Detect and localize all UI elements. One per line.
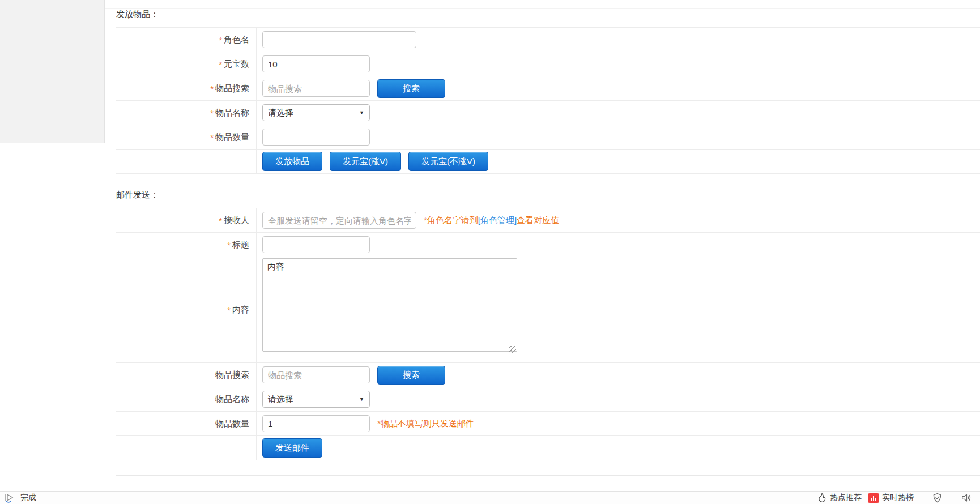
shield-check-icon[interactable]	[932, 493, 943, 503]
form-row-mail-actions: 发送邮件	[116, 436, 980, 460]
bar-chart-icon	[868, 493, 879, 503]
subject-input[interactable]	[262, 236, 370, 253]
required-asterisk: *	[210, 133, 214, 142]
item-name-select-value: 请选择	[268, 108, 293, 118]
content-label: * 内容	[116, 257, 257, 362]
mail-item-qty-label: 物品数量	[116, 412, 257, 435]
status-bar: 完成 热点推荐 实时热榜	[0, 491, 980, 504]
item-search-button[interactable]: 搜索	[377, 79, 445, 98]
give-items-form: * 角色名 * 元宝数 * 物品搜索	[116, 27, 980, 174]
form-row-role-name: * 角色名	[116, 28, 980, 52]
mail-item-qty-hint: *物品不填写则只发送邮件	[377, 418, 474, 429]
hot-recommend-label: 热点推荐	[830, 493, 862, 503]
receiver-label: * 接收人	[116, 208, 257, 232]
item-search-label: * 物品搜索	[116, 76, 257, 100]
required-asterisk: *	[210, 108, 214, 118]
mail-section-title: 邮件发送：	[116, 190, 980, 200]
form-row-receiver: * 接收人 *角色名字请到[角色管理]查看对应值	[116, 208, 980, 233]
left-sidebar	[0, 0, 105, 143]
item-qty-label-text: 物品数量	[215, 132, 249, 143]
mail-item-name-select[interactable]: 请选择 ▼	[262, 391, 370, 408]
form-row-yuanbao: * 元宝数	[116, 52, 980, 76]
give-yuanbao-vip-button[interactable]: 发元宝(涨V)	[330, 152, 401, 171]
form-row-subject: * 标题	[116, 233, 980, 257]
yuanbao-input[interactable]	[262, 55, 370, 72]
give-yuanbao-novip-button[interactable]: 发元宝(不涨V)	[408, 152, 488, 171]
mail-item-name-select-value: 请选择	[268, 394, 293, 405]
status-done-text: 完成	[20, 493, 36, 503]
required-asterisk: *	[219, 35, 222, 45]
mail-item-name-label-text: 物品名称	[215, 394, 249, 405]
role-name-input[interactable]	[262, 31, 416, 48]
role-management-link[interactable]: [角色管理]	[478, 215, 517, 225]
receiver-hint-prefix: *角色名字请到	[424, 215, 478, 225]
receiver-label-text: 接收人	[224, 215, 249, 226]
content-textarea-wrap: 内容	[262, 258, 517, 354]
receiver-hint: *角色名字请到[角色管理]查看对应值	[424, 215, 559, 226]
subject-label: * 标题	[116, 233, 257, 257]
form-row-mail-item-qty: 物品数量 *物品不填写则只发送邮件	[116, 412, 980, 436]
mail-item-search-label: 物品搜索	[116, 363, 257, 387]
mail-item-search-label-text: 物品搜索	[215, 370, 249, 381]
required-asterisk: *	[210, 84, 214, 93]
mail-item-qty-label-text: 物品数量	[215, 418, 249, 429]
subject-label-text: 标题	[232, 240, 249, 250]
hot-recommend-item[interactable]: 热点推荐	[816, 493, 862, 503]
chevron-down-icon: ▼	[359, 396, 364, 402]
form-row-item-qty: * 物品数量	[116, 125, 980, 150]
form-row-mail-item-name: 物品名称 请选择 ▼	[116, 387, 980, 412]
resize-grip-icon[interactable]	[509, 346, 516, 353]
content-textarea[interactable]: 内容	[262, 258, 517, 352]
yuanbao-label: * 元宝数	[116, 52, 257, 76]
role-name-label-text: 角色名	[224, 35, 249, 45]
form-row-mail-item-search: 物品搜索 搜索	[116, 363, 980, 387]
send-mail-form: * 接收人 *角色名字请到[角色管理]查看对应值 * 标题	[116, 208, 980, 460]
item-name-label-text: 物品名称	[215, 108, 249, 118]
item-qty-label: * 物品数量	[116, 125, 257, 149]
receiver-hint-suffix: 查看对应值	[517, 215, 559, 225]
required-asterisk: *	[227, 240, 231, 250]
mail-item-search-input[interactable]	[262, 366, 370, 383]
main-content: 发放物品： * 角色名 * 元宝数	[116, 0, 980, 476]
required-asterisk: *	[219, 59, 222, 69]
mail-item-search-button[interactable]: 搜索	[377, 366, 445, 385]
empty-label-cell	[116, 150, 257, 173]
chevron-down-icon: ▼	[359, 110, 364, 116]
item-qty-input[interactable]	[262, 129, 370, 146]
form-row-item-search: * 物品搜索 搜索	[116, 76, 980, 101]
required-asterisk: *	[219, 216, 222, 225]
give-item-button[interactable]: 发放物品	[262, 152, 322, 171]
send-mail-button[interactable]: 发送邮件	[262, 438, 322, 458]
required-asterisk: *	[227, 305, 231, 315]
realtime-hot-label: 实时热榜	[882, 493, 914, 503]
item-name-label: * 物品名称	[116, 101, 257, 125]
receiver-input[interactable]	[262, 212, 416, 229]
realtime-hot-item[interactable]: 实时热榜	[868, 493, 914, 503]
empty-label-cell	[116, 436, 257, 460]
role-name-label: * 角色名	[116, 28, 257, 52]
content-label-text: 内容	[232, 305, 249, 315]
speaker-icon[interactable]	[961, 493, 972, 503]
yuanbao-label-text: 元宝数	[224, 59, 249, 70]
page-status-icon	[3, 493, 16, 503]
item-search-label-text: 物品搜索	[215, 83, 249, 94]
give-section-title: 发放物品：	[116, 9, 980, 20]
item-name-select[interactable]: 请选择 ▼	[262, 104, 370, 121]
mail-item-name-label: 物品名称	[116, 387, 257, 411]
flame-icon	[816, 493, 827, 503]
form-row-item-name: * 物品名称 请选择 ▼	[116, 101, 980, 125]
item-search-input[interactable]	[262, 80, 370, 97]
mail-item-qty-input[interactable]	[262, 415, 370, 432]
bottom-divider	[116, 475, 980, 476]
form-row-content: * 内容 内容	[116, 257, 980, 363]
admin-page: 发放物品： * 角色名 * 元宝数	[0, 0, 980, 504]
form-row-give-actions: 发放物品 发元宝(涨V) 发元宝(不涨V)	[116, 150, 980, 174]
